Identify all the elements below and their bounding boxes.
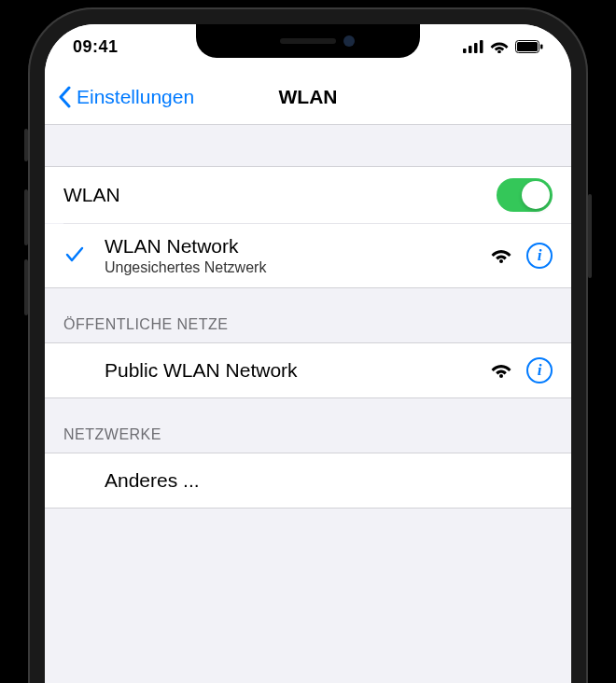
- svg-point-9: [499, 374, 503, 378]
- other-network-label: Anderes ...: [105, 469, 553, 492]
- wifi-signal-icon: [491, 248, 511, 263]
- volume-down-button: [24, 259, 28, 315]
- svg-point-4: [497, 50, 501, 53]
- other-network-row[interactable]: Anderes ...: [45, 453, 571, 508]
- svg-rect-3: [480, 40, 483, 53]
- chevron-left-icon: [58, 86, 71, 108]
- status-icons: [463, 40, 543, 53]
- public-network-row[interactable]: Public WLAN Network i: [45, 343, 571, 397]
- separator: [45, 508, 571, 509]
- spacer: [45, 125, 571, 166]
- nav-title: WLAN: [279, 86, 338, 108]
- public-network-name: Public WLAN Network: [105, 359, 491, 382]
- networks-header: NETZWERKE: [45, 398, 571, 453]
- wifi-signal-icon: [491, 363, 511, 378]
- svg-rect-0: [463, 49, 467, 53]
- speaker: [280, 38, 336, 44]
- notch: [196, 24, 420, 58]
- svg-rect-1: [469, 46, 472, 53]
- svg-rect-2: [474, 43, 478, 53]
- network-info: WLAN Network Ungesichertes Netzwerk: [105, 235, 491, 276]
- svg-rect-6: [517, 42, 538, 51]
- wlan-toggle-row: WLAN: [45, 167, 571, 223]
- volume-up-button: [24, 189, 28, 245]
- back-label: Einstellungen: [77, 86, 194, 108]
- checkmark-icon: [65, 243, 84, 269]
- nav-bar: Einstellungen WLAN: [45, 69, 571, 125]
- network-icons: i: [491, 243, 553, 269]
- info-button[interactable]: i: [526, 243, 553, 269]
- network-icons: i: [491, 357, 553, 383]
- mute-switch: [24, 129, 28, 161]
- toggle-knob: [522, 181, 550, 209]
- wlan-toggle[interactable]: [497, 178, 553, 212]
- power-button: [588, 194, 592, 278]
- back-button[interactable]: Einstellungen: [58, 86, 194, 108]
- battery-icon: [515, 40, 543, 53]
- cellular-icon: [463, 40, 483, 53]
- svg-rect-7: [540, 45, 543, 49]
- network-subtitle: Ungesichertes Netzwerk: [105, 259, 491, 276]
- phone-frame: 09:41: [28, 7, 588, 683]
- network-name: WLAN Network: [105, 235, 491, 258]
- front-camera: [343, 35, 355, 47]
- wlan-toggle-label: WLAN: [63, 184, 497, 206]
- info-button[interactable]: i: [526, 357, 553, 383]
- screen: 09:41: [45, 24, 571, 683]
- svg-point-8: [499, 259, 503, 263]
- status-time: 09:41: [73, 37, 119, 57]
- wifi-status-icon: [490, 40, 509, 53]
- public-networks-header: ÖFFENTLICHE NETZE: [45, 288, 571, 342]
- connected-network-row[interactable]: WLAN Network Ungesichertes Netzwerk i: [45, 224, 571, 287]
